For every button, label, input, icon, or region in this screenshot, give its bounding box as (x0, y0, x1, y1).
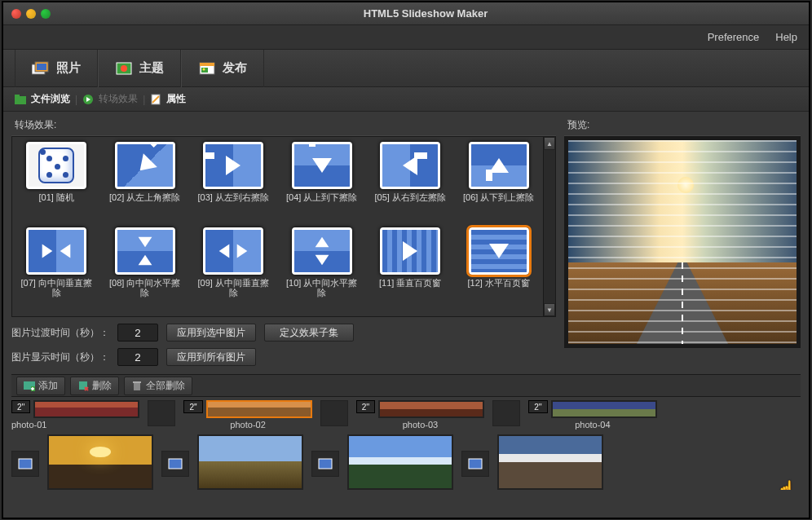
effect-06-wipe-btt[interactable]: [06] 从下到上擦除 (455, 142, 544, 227)
menu-help[interactable]: Help (775, 31, 797, 43)
effect-08-wipe-hcenter-in[interactable]: [08] 向中间水平擦除 (101, 227, 190, 313)
effects-title: 转场效果: (11, 117, 556, 136)
svg-point-4 (121, 65, 127, 72)
thumb-row2-2[interactable] (197, 434, 303, 490)
effect-03-wipe-ltr[interactable]: [03] 从左到右擦除 (189, 142, 278, 227)
tab-theme-label: 主题 (139, 60, 164, 76)
effects-panel: 转场效果: [01] 随机 [02] 从左上角擦除 [03] 从左到右擦除 [0… (11, 117, 556, 366)
effect-01-random[interactable]: [01] 随机 (12, 142, 101, 227)
subtab-transition[interactable]: 转场效果 (99, 92, 138, 106)
effect-07-wipe-vcenter-in[interactable]: [07] 向中间垂直擦除 (12, 227, 101, 313)
cursor-icon: ☝ (776, 479, 797, 490)
effect-12-horizontal-blinds[interactable]: [12] 水平百页窗 (455, 227, 544, 313)
transition-thumb[interactable] (492, 400, 520, 426)
transition-thumb[interactable] (161, 451, 189, 477)
svg-point-8 (203, 68, 205, 70)
transition-thumb[interactable] (320, 400, 348, 426)
transition-thumb[interactable] (311, 451, 339, 477)
tab-publish-label: 发布 (223, 60, 247, 76)
photo-icon (32, 61, 50, 76)
effect-04-wipe-ttb[interactable]: [04] 从上到下擦除 (278, 142, 367, 227)
strip-row-1: 2'' photo-01 2'' photo-02 2'' photo- (11, 400, 801, 430)
add-icon (24, 380, 35, 391)
menubar: Preference Help (3, 25, 809, 50)
delete-button[interactable]: 删除 (70, 377, 119, 395)
delete-all-button[interactable]: 全部删除 (124, 377, 192, 395)
tab-photo[interactable]: 照片 (15, 50, 98, 87)
effects-scrollbar[interactable]: ▲ ▼ (543, 137, 555, 316)
preview-image (568, 140, 797, 344)
thumb-photo-02[interactable]: 2'' photo-02 (183, 400, 311, 430)
delete-label: 删除 (92, 379, 112, 393)
thumb-photo-03[interactable]: 2'' photo-03 (356, 400, 484, 430)
zoom-window-button[interactable] (41, 9, 51, 19)
apply-all-button[interactable]: 应用到所有图片 (166, 348, 256, 366)
show-time-input[interactable] (117, 348, 158, 366)
duration-badge: 2'' (11, 400, 30, 413)
thumb-name: photo-01 (11, 420, 46, 430)
show-time-label: 图片显示时间（秒）： (11, 350, 109, 364)
add-label: 添加 (38, 379, 58, 393)
effect-09-wipe-vcenter-out[interactable]: [09] 从中间垂直擦除 (189, 227, 278, 313)
preview-panel: 预览: (564, 117, 801, 366)
thumb-name: photo-03 (403, 420, 438, 430)
publish-icon (198, 61, 216, 76)
timeline-strip: 2'' photo-01 2'' photo-02 2'' photo- (3, 397, 809, 490)
scroll-down-button[interactable]: ▼ (544, 303, 555, 316)
main-tabs: 照片 主题 发布 (3, 50, 809, 87)
theme-icon (115, 61, 133, 76)
delete-all-label: 全部删除 (146, 379, 185, 393)
svg-rect-10 (15, 95, 20, 97)
menu-preference[interactable]: Preference (708, 31, 760, 43)
svg-rect-19 (169, 459, 182, 469)
effect-10-wipe-hcenter-out[interactable]: [10] 从中间水平擦除 (278, 227, 367, 313)
effect-02-wipe-topleft[interactable]: [02] 从左上角擦除 (101, 142, 190, 227)
duration-badge: 2'' (183, 400, 202, 413)
tab-photo-label: 照片 (56, 60, 81, 76)
svg-rect-21 (469, 459, 482, 469)
svg-rect-16 (134, 382, 140, 390)
tab-publish[interactable]: 发布 (181, 50, 264, 87)
transition-thumb[interactable] (148, 400, 175, 426)
minimize-window-button[interactable] (26, 9, 36, 19)
duration-badge: 2'' (356, 400, 375, 413)
thumb-photo-01[interactable]: 2'' photo-01 (11, 400, 139, 430)
thumb-row2-3[interactable] (347, 434, 453, 490)
app-window: HTML5 Slideshow Maker Preference Help 照片… (2, 1, 810, 519)
transition-thumb[interactable] (11, 451, 39, 477)
thumb-row2-4[interactable] (497, 434, 603, 490)
svg-rect-9 (15, 96, 26, 104)
traffic-lights (11, 9, 51, 19)
trans-time-input[interactable] (117, 324, 158, 342)
bottom-toolbar: 添加 删除 全部删除 (11, 374, 801, 397)
effect-11-vertical-blinds[interactable]: [11] 垂直百页窗 (366, 227, 455, 313)
scroll-up-button[interactable]: ▲ (544, 137, 555, 150)
thumb-row2-1[interactable] (47, 434, 153, 490)
subtab-properties[interactable]: 属性 (166, 92, 186, 106)
add-button[interactable]: 添加 (16, 377, 65, 395)
thumb-name: photo-02 (230, 420, 265, 430)
strip-row-2 (11, 434, 801, 490)
transition-thumb[interactable] (461, 451, 489, 477)
effect-05-wipe-rtl[interactable]: [05] 从右到左擦除 (366, 142, 455, 227)
tab-theme[interactable]: 主题 (98, 50, 181, 87)
duration-badge: 2'' (528, 400, 547, 413)
define-subset-button[interactable]: 定义效果子集 (264, 324, 354, 342)
transition-icon (82, 94, 94, 105)
thumb-photo-04[interactable]: 2'' photo-04 (528, 400, 656, 430)
close-window-button[interactable] (11, 9, 21, 19)
file-browse-icon (15, 94, 26, 105)
scroll-track[interactable] (544, 150, 555, 303)
properties-icon (150, 94, 161, 105)
trans-time-label: 图片过渡时间（秒）： (11, 326, 109, 340)
sub-tabs: 文件浏览 | 转场效果 | 属性 (3, 87, 809, 112)
window-title: HTML5 Slideshow Maker (51, 7, 801, 20)
subtab-file-browse[interactable]: 文件浏览 (31, 92, 70, 106)
svg-rect-20 (319, 459, 332, 469)
preview-box (564, 136, 801, 348)
svg-rect-17 (133, 381, 141, 383)
svg-rect-6 (200, 63, 214, 66)
apply-selected-button[interactable]: 应用到选中图片 (166, 324, 256, 342)
delete-all-icon (131, 380, 143, 391)
preview-title: 预览: (564, 117, 801, 136)
